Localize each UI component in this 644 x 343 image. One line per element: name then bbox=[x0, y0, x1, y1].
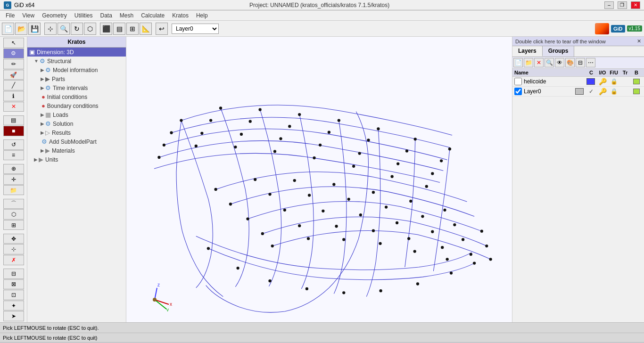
zoom-btn[interactable]: 🔍 bbox=[58, 23, 70, 35]
layer-layer0-b-color[interactable] bbox=[633, 89, 640, 94]
lt-axis[interactable]: ⊞ bbox=[3, 220, 24, 230]
layer-layer0-color-col[interactable] bbox=[574, 88, 586, 95]
layer-helicoide-color[interactable] bbox=[586, 78, 595, 85]
lt-cursor[interactable]: ↖ bbox=[3, 38, 24, 48]
svg-point-29 bbox=[313, 156, 315, 159]
svg-point-65 bbox=[413, 250, 416, 253]
layer-row-layer0[interactable]: Layer0 ✓ 🔑 🔒 bbox=[512, 87, 644, 97]
lt-rotate1[interactable]: ↺ bbox=[3, 139, 24, 150]
svg-point-12 bbox=[288, 125, 291, 128]
menu-calculate[interactable]: Calculate bbox=[137, 11, 168, 20]
render-btn[interactable]: ⬛ bbox=[100, 23, 112, 35]
layers-btn[interactable]: ▤ bbox=[113, 23, 125, 35]
lt-cross[interactable]: ✕ bbox=[3, 102, 24, 112]
tab-groups[interactable]: Groups bbox=[543, 46, 575, 57]
lt-paint[interactable]: ■ bbox=[3, 126, 24, 136]
tree-materials[interactable]: ▶ ▶ Materials bbox=[27, 146, 126, 155]
tree-parts[interactable]: ▶ ▶ Parts bbox=[27, 74, 126, 83]
save-btn[interactable]: 💾 bbox=[28, 23, 41, 35]
tearoff-close-icon[interactable]: ✕ bbox=[637, 38, 641, 44]
tree-initial-conditions[interactable]: ● Initial conditions bbox=[27, 92, 126, 101]
menu-view[interactable]: View bbox=[18, 11, 38, 20]
measure-btn[interactable]: 📐 bbox=[140, 23, 152, 35]
lt-curve[interactable]: ⌒ bbox=[3, 199, 24, 209]
layers-tb-search[interactable]: 🔍 bbox=[545, 58, 554, 67]
lt-snap[interactable]: ⊹ bbox=[3, 244, 24, 254]
viewport[interactable]: x y z bbox=[126, 37, 512, 322]
tree-structural[interactable]: ▼ ⚙ Structural bbox=[27, 57, 126, 65]
svg-point-36 bbox=[332, 183, 335, 186]
menu-utilities[interactable]: Utilities bbox=[71, 11, 97, 20]
lt-move[interactable]: ✥ bbox=[3, 234, 24, 244]
menu-bar: File View Geometry Utilities Data Mesh C… bbox=[0, 10, 644, 21]
lt-layers2[interactable]: ▤ bbox=[3, 115, 24, 126]
title-bar: G GiD x64 Project: UNNAMED (kratos_offic… bbox=[0, 0, 644, 10]
sol-label: Solution bbox=[53, 121, 73, 127]
tree-solution[interactable]: ▶ ⚙ Solution bbox=[27, 119, 126, 128]
lt-settings[interactable]: ⚙ bbox=[3, 49, 24, 59]
lt-cross2[interactable]: ✛ bbox=[3, 174, 24, 185]
layers-tb-delete[interactable]: ✕ bbox=[534, 58, 544, 67]
layers-tb-paint[interactable]: 🎨 bbox=[565, 58, 575, 67]
status-bar2: Pick LEFTMOUSE to rotate (ESC to quit) bbox=[0, 333, 644, 342]
rotate-btn[interactable]: ↻ bbox=[71, 23, 83, 35]
lt-star[interactable]: ✦ bbox=[3, 301, 24, 311]
svg-point-76 bbox=[379, 289, 382, 292]
layers-tb-filter[interactable]: ⊟ bbox=[576, 58, 585, 67]
lt-polygon[interactable]: ⬡ bbox=[3, 209, 24, 220]
view3d-btn[interactable]: ⬡ bbox=[84, 23, 96, 35]
layers-tearoff[interactable]: Double click here to tear off the window… bbox=[512, 37, 644, 46]
layers-tb-new[interactable]: 📄 bbox=[513, 58, 523, 67]
layer-layer0-io: 🔑 bbox=[597, 88, 608, 95]
select-btn[interactable]: ⊹ bbox=[44, 23, 57, 35]
undo-btn[interactable]: ↩ bbox=[156, 23, 168, 35]
layer-selector[interactable]: Layer0 helicoide bbox=[172, 24, 219, 34]
menu-file[interactable]: File bbox=[2, 11, 18, 20]
layers-tb-eye[interactable]: 👁 bbox=[555, 58, 564, 67]
maximize-button[interactable]: ❐ bbox=[618, 1, 627, 9]
tree-units[interactable]: ▶ ▶ Units bbox=[27, 155, 126, 164]
menu-kratos[interactable]: Kratos bbox=[168, 11, 192, 20]
tree-time-intervals[interactable]: ▶ ⚙ Time intervals bbox=[27, 83, 126, 92]
tab-layers[interactable]: Layers bbox=[512, 46, 543, 57]
lt-lines[interactable]: ≡ bbox=[3, 150, 24, 161]
open-btn[interactable]: 📂 bbox=[15, 23, 27, 35]
lt-info[interactable]: ℹ bbox=[3, 91, 24, 101]
svg-point-59 bbox=[441, 246, 444, 249]
layer-layer0-visible[interactable] bbox=[514, 88, 522, 95]
lt-rocket[interactable]: 🚀 bbox=[3, 70, 24, 80]
layer-helicoide-visible[interactable] bbox=[514, 78, 522, 85]
menu-mesh[interactable]: Mesh bbox=[116, 11, 137, 20]
layers-tb-more[interactable]: ⋯ bbox=[586, 58, 595, 67]
tree-boundary-conditions[interactable]: ● Boundary conditions bbox=[27, 101, 126, 110]
lt-arrow[interactable]: ➤ bbox=[3, 311, 24, 321]
lt-erase[interactable]: ✗ bbox=[3, 255, 24, 265]
layer-helicoide-b-color[interactable] bbox=[633, 79, 640, 84]
layer-helicoide-color-col[interactable] bbox=[586, 78, 597, 85]
tree-model-info[interactable]: ▶ ⚙ Model information bbox=[27, 65, 126, 74]
lt-line[interactable]: ╱ bbox=[3, 80, 24, 90]
lt-folder[interactable]: 📁 bbox=[3, 185, 24, 196]
menu-data[interactable]: Data bbox=[97, 11, 116, 20]
version-badge: v1.15 bbox=[627, 25, 642, 32]
menu-help[interactable]: Help bbox=[192, 11, 212, 20]
tree-loads[interactable]: ▶ ▦ Loads bbox=[27, 110, 126, 119]
layer-layer0-color[interactable] bbox=[575, 88, 584, 95]
menu-geometry[interactable]: Geometry bbox=[38, 11, 71, 20]
new-btn[interactable]: 📄 bbox=[2, 23, 14, 35]
lt-node[interactable]: ⊕ bbox=[3, 164, 24, 174]
layer-row-helicoide[interactable]: helicoide 🔑 🔒 bbox=[512, 77, 644, 87]
lt-mesh3[interactable]: ⊠ bbox=[3, 279, 24, 290]
lt-mesh4[interactable]: ⊡ bbox=[3, 290, 24, 300]
svg-point-63 bbox=[342, 238, 345, 241]
tree-results[interactable]: ▶ ▷ Results bbox=[27, 128, 126, 137]
layers-tb-folder[interactable]: 📁 bbox=[524, 58, 533, 67]
svg-point-53 bbox=[462, 238, 464, 241]
minimize-button[interactable]: – bbox=[604, 1, 614, 9]
tree-dimension[interactable]: ▣ Dimension: 3D bbox=[27, 48, 126, 57]
lt-mesh2[interactable]: ⊟ bbox=[3, 269, 24, 279]
close-button[interactable]: ✕ bbox=[631, 1, 640, 9]
lt-pencil[interactable]: ✏ bbox=[3, 59, 24, 69]
snap-btn[interactable]: ⊞ bbox=[126, 23, 139, 35]
tree-add-submodelpart[interactable]: ⚙ Add SubModelPart bbox=[27, 137, 126, 146]
